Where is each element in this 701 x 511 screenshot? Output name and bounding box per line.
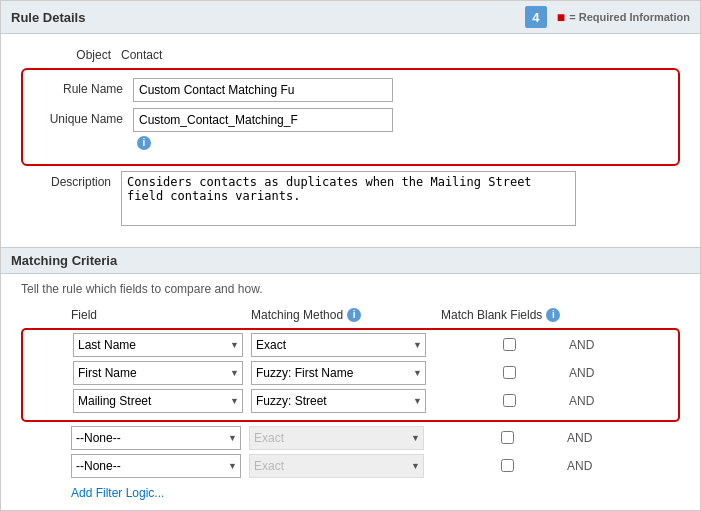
required-dot: ■: [557, 9, 565, 25]
add-filter-logic-link[interactable]: Add Filter Logic...: [71, 486, 164, 500]
object-value: Contact: [121, 44, 162, 62]
blank-checkbox-4[interactable]: [501, 431, 514, 444]
method-info-icon[interactable]: i: [347, 308, 361, 322]
required-info: ■ = Required Information: [557, 9, 690, 25]
and-label-1: AND: [569, 338, 594, 352]
rule-name-row: Rule Name: [33, 78, 668, 102]
and-label-5: AND: [567, 459, 592, 473]
blank-column-header: Match Blank Fields i: [441, 308, 571, 322]
method-column-header: Matching Method i: [251, 308, 441, 322]
unique-name-info-icon[interactable]: i: [137, 136, 151, 150]
field-column-header: Field: [71, 308, 251, 322]
method-select-1[interactable]: Exact: [251, 333, 426, 357]
criteria-row-2: First Name Fuzzy: First Name AND: [73, 361, 678, 385]
matching-content: Tell the rule which fields to compare an…: [1, 274, 700, 510]
field-select-5[interactable]: --None--: [71, 454, 241, 478]
object-label: Object: [21, 44, 121, 62]
field-select-4[interactable]: --None--: [71, 426, 241, 450]
unique-name-label: Unique Name: [33, 108, 133, 126]
and-label-3: AND: [569, 394, 594, 408]
criteria-row-1: Last Name Exact AND: [73, 333, 678, 357]
matching-section: Tell the rule which fields to compare an…: [1, 274, 700, 512]
matching-subtitle: Tell the rule which fields to compare an…: [21, 282, 680, 296]
matching-criteria-header: Matching Criteria: [1, 248, 700, 274]
highlighted-criteria-rows: Last Name Exact AND: [21, 328, 680, 422]
method-select-5: Exact: [249, 454, 424, 478]
method-select-4: Exact: [249, 426, 424, 450]
blank-checkbox-1[interactable]: [503, 338, 516, 351]
rule-details-content: Object Contact Rule Name Unique Name i: [1, 34, 700, 248]
rule-name-label: Rule Name: [33, 78, 133, 96]
unique-name-input[interactable]: [133, 108, 393, 132]
and-label-4: AND: [567, 431, 592, 445]
method-select-3[interactable]: Fuzzy: Street: [251, 389, 426, 413]
method-select-2[interactable]: Fuzzy: First Name: [251, 361, 426, 385]
criteria-row-3: Mailing Street Fuzzy: Street AND: [73, 389, 678, 413]
rule-name-input[interactable]: [133, 78, 393, 102]
field-select-1[interactable]: Last Name: [73, 333, 243, 357]
object-row: Object Contact: [21, 44, 680, 62]
blank-info-icon[interactable]: i: [546, 308, 560, 322]
unique-name-row: Unique Name i: [33, 108, 668, 150]
highlighted-fields-box: Rule Name Unique Name i: [21, 68, 680, 166]
description-textarea[interactable]: Considers contacts as duplicates when th…: [121, 171, 576, 226]
criteria-header-row: Field Matching Method i Match Blank Fiel…: [21, 308, 680, 322]
field-select-2[interactable]: First Name: [73, 361, 243, 385]
and-label-2: AND: [569, 366, 594, 380]
blank-checkbox-2[interactable]: [503, 366, 516, 379]
step-4-badge: 4: [525, 6, 547, 28]
matching-criteria-title: Matching Criteria: [11, 253, 117, 268]
blank-checkbox-5[interactable]: [501, 459, 514, 472]
criteria-row-5: --None-- Exact AND: [21, 454, 680, 478]
rule-details-header: Rule Details 4 ■ = Required Information: [1, 1, 700, 34]
criteria-row-4: --None-- Exact AND: [21, 426, 680, 450]
blank-checkbox-3[interactable]: [503, 394, 516, 407]
description-label: Description: [21, 171, 121, 189]
description-row: Description Considers contacts as duplic…: [21, 171, 680, 226]
rule-details-title: Rule Details: [11, 10, 85, 25]
field-select-3[interactable]: Mailing Street: [73, 389, 243, 413]
